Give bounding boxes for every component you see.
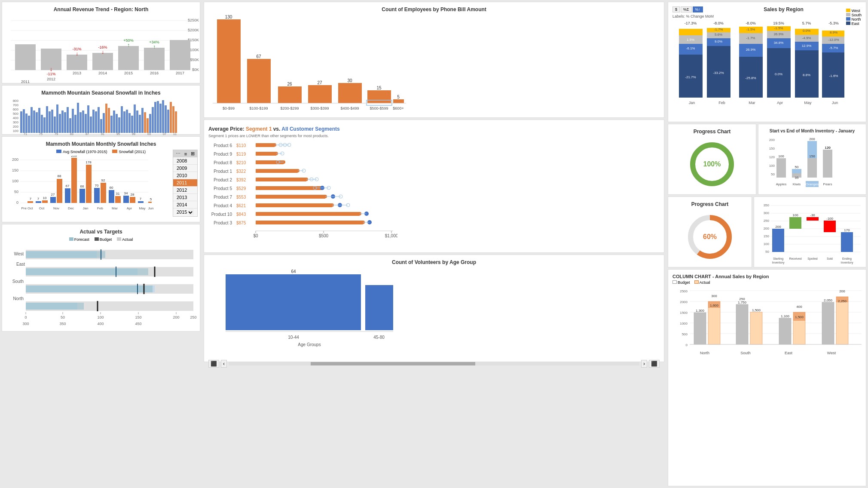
svg-rect-294 — [256, 221, 363, 224]
svg-text:$500-$599: $500-$599 — [370, 106, 388, 110]
svg-text:250: 250 — [739, 297, 745, 301]
scroll-right[interactable]: › — [641, 360, 647, 368]
svg-text:400: 400 — [97, 322, 104, 326]
svg-rect-88 — [134, 104, 136, 133]
svg-rect-185 — [26, 285, 153, 292]
svg-rect-77 — [105, 104, 107, 133]
svg-text:Product 2: Product 2 — [214, 178, 232, 182]
svg-text:$621: $621 — [236, 203, 246, 208]
mid-column: Count of Employees by Phone Bill Amount … — [202, 0, 666, 488]
svg-text:Age Groups: Age Groups — [298, 342, 321, 347]
phone-chart-card: Count of Employees by Phone Bill Amount … — [204, 2, 664, 118]
progress-chart-1-card: Progress Chart 100% — [668, 124, 756, 195]
svg-text:200: 200 — [839, 289, 845, 293]
pct-sum-btn[interactable]: %Σ — [681, 6, 692, 12]
sales-region-label: Labels: % Change MoM — [672, 14, 862, 18]
chart-icon-left[interactable]: ⬛ — [208, 360, 219, 368]
svg-text:450: 450 — [135, 322, 141, 326]
svg-text:Jan: Jan — [83, 206, 89, 210]
svg-rect-217 — [308, 85, 332, 103]
svg-text:95: 95 — [116, 132, 120, 135]
svg-rect-93 — [147, 118, 149, 133]
legend-actual: Snowfall (2011) — [112, 150, 146, 154]
right-column: $ %Σ %↑ Sales by Region Labels: % Change… — [666, 0, 868, 488]
svg-rect-49 — [33, 110, 35, 133]
svg-text:26.9%: 26.9% — [746, 48, 756, 52]
svg-text:2000: 2000 — [680, 300, 688, 304]
svg-text:150: 150 — [135, 315, 141, 319]
year-2014[interactable]: 2014 — [173, 201, 197, 209]
svg-text:↑: ↑ — [153, 44, 156, 50]
svg-rect-458 — [779, 318, 791, 344]
svg-text:Kiwis: Kiwis — [793, 182, 801, 186]
scroll-thumb[interactable] — [311, 362, 475, 365]
svg-rect-98 — [159, 104, 162, 133]
phone-chart-svg: 130 $0-$99 67 $100-$199 26 $200-$299 27 … — [208, 15, 406, 118]
svg-text:1,100: 1,100 — [781, 314, 790, 318]
svg-text:15: 15 — [376, 86, 382, 90]
svg-text:2012: 2012 — [47, 77, 55, 81]
left-column: Annual Revenue Trend - Region: North $25… — [0, 0, 202, 488]
year-2011[interactable]: 2011 — [173, 179, 197, 187]
svg-text:-1.7%: -1.7% — [746, 36, 755, 40]
svg-text:350: 350 — [764, 203, 770, 207]
year-2010[interactable]: 2010 — [173, 172, 197, 179]
svg-rect-161 — [130, 197, 135, 203]
year-2013[interactable]: 2013 — [173, 194, 197, 201]
svg-rect-18 — [67, 55, 87, 70]
scroll-left[interactable]: ‹ — [221, 360, 227, 368]
svg-text:Pears: Pears — [823, 182, 832, 186]
svg-text:Received: Received — [789, 257, 801, 260]
year-scroll[interactable] — [189, 209, 194, 215]
svg-rect-101 — [167, 110, 169, 133]
legend-actual: Actual — [117, 237, 133, 242]
scroll-track — [229, 362, 639, 365]
year-2008[interactable]: 2008 — [173, 157, 197, 165]
progress-chart-2-card: Progress Chart 60% — [668, 196, 752, 267]
svg-text:91: 91 — [101, 132, 104, 135]
svg-rect-416 — [772, 229, 784, 252]
svg-rect-57 — [54, 117, 56, 133]
dollar-btn[interactable]: $ — [672, 6, 680, 12]
year-2009[interactable]: 2009 — [173, 165, 197, 172]
svg-text:178: 178 — [86, 160, 92, 164]
svg-rect-55 — [49, 111, 51, 133]
svg-text:120: 120 — [769, 155, 775, 159]
svg-text:$0: $0 — [253, 233, 258, 238]
svg-text:200: 200 — [769, 138, 775, 142]
svg-text:Sold: Sold — [827, 257, 833, 260]
svg-text:Product 6: Product 6 — [214, 143, 232, 148]
inventory-chart-title: Start vs End of Month Inventory - Januar… — [763, 129, 862, 133]
svg-text:$400-$499: $400-$499 — [340, 106, 359, 110]
svg-text:1,300: 1,300 — [696, 309, 705, 313]
year-2012[interactable]: 2012 — [173, 187, 197, 194]
svg-text:7: 7 — [140, 197, 142, 201]
svg-text:Feb: Feb — [97, 206, 103, 210]
svg-text:67: 67 — [66, 184, 70, 188]
svg-text:150: 150 — [12, 168, 18, 172]
svg-rect-156 — [115, 196, 121, 203]
svg-text:1,750: 1,750 — [738, 301, 747, 304]
pct-up-btn[interactable]: %↑ — [693, 6, 703, 12]
svg-text:66: 66 — [80, 184, 84, 188]
svg-rect-58 — [56, 104, 58, 133]
svg-rect-81 — [116, 114, 118, 133]
svg-text:07: 07 — [163, 132, 166, 135]
svg-rect-127 — [28, 201, 33, 203]
svg-text:170: 170 — [844, 228, 850, 232]
settings-icon: ⊞ — [191, 151, 195, 157]
svg-text:300: 300 — [711, 294, 717, 298]
svg-text:75: 75 — [39, 132, 43, 135]
year-2015[interactable]: 2015 — [173, 209, 197, 216]
chart-icon-right[interactable]: ⬛ — [649, 360, 660, 368]
svg-text:100: 100 — [792, 213, 798, 217]
svg-rect-288 — [256, 212, 360, 216]
year-selector: ⋯ ≡ ⊞ 2008 2009 2010 2011 2012 2013 2014… — [173, 150, 198, 217]
svg-text:$600+: $600+ — [393, 106, 403, 110]
svg-text:Apr: Apr — [127, 206, 132, 210]
svg-text:10-44: 10-44 — [288, 335, 299, 340]
svg-rect-420 — [789, 217, 801, 229]
svg-text:$110: $110 — [236, 143, 246, 148]
svg-text:150: 150 — [809, 154, 815, 158]
phone-chart-title: Count of Employees by Phone Bill Amount — [208, 6, 660, 12]
